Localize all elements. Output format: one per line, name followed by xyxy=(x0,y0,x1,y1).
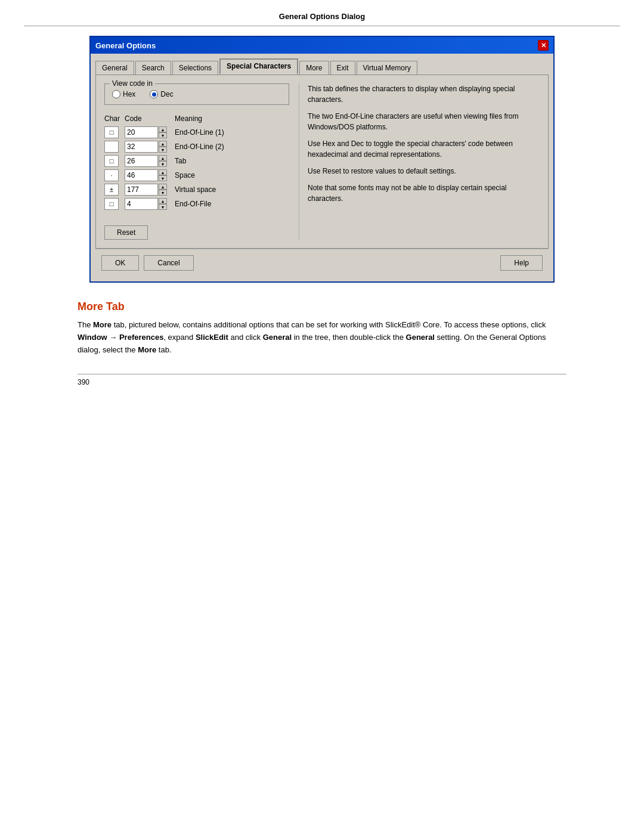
help-para-4: Use Reset to restore values to default s… xyxy=(308,166,540,176)
spin-btns-4: ▲ ▼ xyxy=(159,169,167,181)
reset-button[interactable]: Reset xyxy=(104,225,148,240)
spin-up-5[interactable]: ▲ xyxy=(159,184,167,190)
bold-slickedit: SlickEdit xyxy=(196,333,228,342)
help-para-1: This tab defines the characters to displ… xyxy=(308,83,540,105)
code-input-wrapper-4: ▲ ▼ xyxy=(125,169,172,181)
radio-dec[interactable]: Dec xyxy=(150,90,173,98)
tab-selections[interactable]: Selections xyxy=(172,61,218,75)
spin-btns-2: ▲ ▼ xyxy=(159,141,167,153)
spin-down-6[interactable]: ▼ xyxy=(159,204,167,210)
ok-button[interactable]: OK xyxy=(101,255,139,271)
bold-general: General xyxy=(263,333,292,342)
code-input-4[interactable] xyxy=(125,169,158,181)
char-preview-6: □ xyxy=(104,198,119,210)
tab-exit[interactable]: Exit xyxy=(330,61,355,75)
spin-up-4[interactable]: ▲ xyxy=(159,169,167,175)
section-body: The More tab, pictured below, contains a… xyxy=(78,319,566,356)
col-char: Char xyxy=(104,114,122,123)
code-input-5[interactable] xyxy=(125,184,158,196)
dialog-body: General Search Selections Special Charac… xyxy=(91,54,553,281)
bold-more: More xyxy=(93,320,112,329)
group-box-label: View code in xyxy=(110,79,155,88)
char-preview-1: □ xyxy=(104,126,119,138)
spin-btns-3: ▲ ▼ xyxy=(159,155,167,167)
table-row: · ▲ ▼ Space xyxy=(104,169,289,181)
char-table-header: Char Code Meaning xyxy=(104,114,289,123)
help-para-2: The two End-Of-Line characters are usefu… xyxy=(308,111,540,132)
spin-up-1[interactable]: ▲ xyxy=(159,126,167,132)
table-row: □ ▲ ▼ Tab xyxy=(104,155,289,167)
tab-more[interactable]: More xyxy=(299,61,329,75)
code-input-6[interactable] xyxy=(125,198,158,210)
tab-virtual-memory[interactable]: Virtual Memory xyxy=(357,61,417,75)
page-title: General Options Dialog xyxy=(24,12,620,26)
help-text: This tab defines the characters to displ… xyxy=(308,83,540,204)
char-table: Char Code Meaning □ ▲ ▼ xyxy=(104,114,289,210)
table-row: □ ▲ ▼ End-Of-File xyxy=(104,198,289,210)
meaning-4: Space xyxy=(175,171,289,179)
dialog-footer: OK Cancel Help xyxy=(95,249,549,277)
dialog-titlebar: General Options ✕ xyxy=(91,37,553,54)
dialog-window: General Options ✕ General Search Selecti… xyxy=(89,36,555,283)
dialog-title: General Options xyxy=(95,41,156,50)
help-button[interactable]: Help xyxy=(500,255,543,271)
code-input-wrapper-5: ▲ ▼ xyxy=(125,184,172,196)
col-code: Code xyxy=(125,114,172,123)
tab-general[interactable]: General xyxy=(95,61,134,75)
spin-down-4[interactable]: ▼ xyxy=(159,175,167,181)
section-title: More Tab xyxy=(78,301,566,313)
spin-up-3[interactable]: ▲ xyxy=(159,155,167,161)
spin-up-2[interactable]: ▲ xyxy=(159,141,167,147)
spin-up-6[interactable]: ▲ xyxy=(159,198,167,204)
help-para-3: Use Hex and Dec to toggle the special ch… xyxy=(308,138,540,160)
meaning-2: End-Of-Line (2) xyxy=(175,143,289,151)
radio-row: Hex Dec xyxy=(112,90,281,98)
code-input-wrapper-1: ▲ ▼ xyxy=(125,126,172,138)
more-tab-section: More Tab The More tab, pictured below, c… xyxy=(78,301,566,386)
meaning-5: Virtual space xyxy=(175,185,289,194)
view-code-group: View code in Hex Dec xyxy=(104,83,289,105)
dialog-close-button[interactable]: ✕ xyxy=(538,40,549,51)
tab-content-special-characters: View code in Hex Dec xyxy=(95,75,549,249)
spin-btns-1: ▲ ▼ xyxy=(159,126,167,138)
table-row: ± ▲ ▼ Virtual space xyxy=(104,184,289,196)
right-panel: This tab defines the characters to displ… xyxy=(299,83,540,240)
spin-btns-5: ▲ ▼ xyxy=(159,184,167,196)
spin-down-2[interactable]: ▼ xyxy=(159,147,167,153)
spin-down-5[interactable]: ▼ xyxy=(159,190,167,196)
radio-hex-label: Hex xyxy=(123,90,135,98)
radio-hex-circle[interactable] xyxy=(112,90,120,98)
table-row: □ ▲ ▼ End-Of-Line (1) xyxy=(104,126,289,138)
bold-more2: More xyxy=(138,345,156,354)
code-input-wrapper-2: ▲ ▼ xyxy=(125,141,172,153)
help-para-5: Note that some fonts may not be able to … xyxy=(308,182,540,204)
meaning-1: End-Of-Line (1) xyxy=(175,128,289,137)
tab-search[interactable]: Search xyxy=(135,61,171,75)
code-input-wrapper-3: ▲ ▼ xyxy=(125,155,172,167)
meaning-3: Tab xyxy=(175,157,289,165)
spin-down-3[interactable]: ▼ xyxy=(159,161,167,167)
radio-hex[interactable]: Hex xyxy=(112,90,135,98)
spin-btns-6: ▲ ▼ xyxy=(159,198,167,210)
col-meaning: Meaning xyxy=(175,114,289,123)
code-input-wrapper-6: ▲ ▼ xyxy=(125,198,172,210)
tab-special-characters[interactable]: Special Characters xyxy=(219,58,298,75)
char-preview-3: □ xyxy=(104,155,119,167)
cancel-button[interactable]: Cancel xyxy=(144,255,193,271)
char-preview-2 xyxy=(104,141,119,153)
spin-down-1[interactable]: ▼ xyxy=(159,132,167,138)
radio-dec-circle[interactable] xyxy=(150,90,158,98)
code-input-3[interactable] xyxy=(125,155,158,167)
bold-preferences: Preferences xyxy=(119,333,163,342)
left-panel: View code in Hex Dec xyxy=(104,83,289,240)
table-row: ▲ ▼ End-Of-Line (2) xyxy=(104,141,289,153)
bold-window: Window xyxy=(78,333,107,342)
code-input-1[interactable] xyxy=(125,126,158,138)
meaning-6: End-Of-File xyxy=(175,200,289,208)
radio-dec-label: Dec xyxy=(160,90,173,98)
tab-bar: General Search Selections Special Charac… xyxy=(95,58,549,75)
page-number: 390 xyxy=(78,374,566,386)
code-input-2[interactable] xyxy=(125,141,158,153)
bold-general2: General xyxy=(406,333,435,342)
char-preview-5: ± xyxy=(104,184,119,196)
